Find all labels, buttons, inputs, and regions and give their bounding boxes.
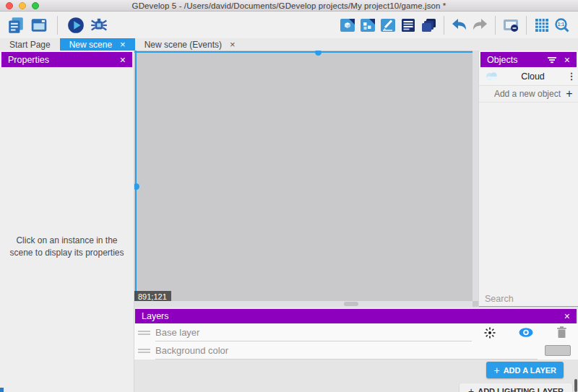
object-name: Cloud (501, 71, 565, 82)
window-scrollbar-thumb[interactable] (574, 379, 577, 392)
swatch-holder (538, 345, 578, 356)
layer-rows: Base layer (134, 323, 578, 360)
drag-handle-icon[interactable] (138, 329, 150, 336)
objects-panel-header: Objects × (480, 52, 577, 67)
minimize-window-button[interactable] (19, 2, 26, 9)
close-icon[interactable]: × (120, 40, 126, 49)
vertical-scrollbar[interactable] (473, 51, 478, 301)
toolbar-separator (495, 16, 496, 35)
maximize-window-button[interactable] (32, 2, 39, 9)
close-icon[interactable]: × (120, 55, 126, 65)
layer-row-base: Base layer (134, 323, 578, 341)
add-object-button[interactable]: Add a new object + (479, 86, 578, 103)
properties-panel: Properties × Click on an instance in the… (0, 51, 134, 392)
layer-row-background-color: Background color (134, 341, 578, 360)
close-window-button[interactable] (6, 2, 13, 9)
right-column: 891;121 Objects (134, 51, 578, 392)
tab-label: Start Page (9, 40, 51, 50)
layer-name-field[interactable]: Base layer (155, 324, 472, 341)
game-window-left-edge (135, 51, 137, 307)
add-object-label: Add a new object (479, 89, 561, 99)
titlebar: GDevelop 5 - /Users/david/Documents/GDev… (0, 0, 578, 12)
close-icon[interactable]: × (564, 311, 570, 321)
scene-editor-icon[interactable] (337, 15, 358, 35)
add-lighting-layer-button[interactable]: + ADD LIGHTING LAYER (460, 383, 572, 392)
redo-icon[interactable] (470, 15, 490, 35)
main-content: Properties × Click on an instance in the… (0, 51, 578, 392)
window-title: GDevelop 5 - /Users/david/Documents/GDev… (132, 1, 447, 10)
toolbar-separator (57, 16, 58, 35)
zoom-1-1-icon[interactable]: 1:1 (552, 15, 572, 35)
objects-search-row (479, 291, 578, 307)
events-sheet-icon[interactable] (398, 15, 418, 35)
properties-empty-message: Click on an instance in the scene to dis… (0, 235, 134, 260)
play-icon[interactable] (66, 15, 86, 35)
properties-edit-icon[interactable] (378, 15, 398, 35)
background-color-swatch[interactable] (545, 345, 571, 356)
layers-panel-header: Layers × (135, 309, 577, 323)
visibility-icon[interactable] (518, 327, 534, 338)
layers-panel: Layers × Base layer (134, 307, 578, 392)
scene-canvas[interactable]: 891;121 (134, 51, 478, 307)
panel-title: Properties (8, 55, 49, 65)
add-lighting-layer-label: ADD LIGHTING LAYER (478, 387, 564, 392)
layer-name-field[interactable]: Background color (155, 342, 538, 360)
filter-icon[interactable] (547, 56, 557, 64)
close-icon[interactable]: × (230, 40, 236, 49)
objects-list-empty-area (479, 103, 578, 291)
properties-panel-header: Properties × (1, 52, 132, 67)
plus-icon: + (561, 87, 578, 100)
resize-handle-left[interactable] (134, 183, 139, 190)
search-input[interactable] (479, 294, 578, 304)
panel-title: Objects (487, 55, 517, 65)
cloud-icon (483, 71, 501, 82)
grid-icon[interactable] (532, 15, 552, 35)
add-layer-button[interactable]: + ADD A LAYER (486, 362, 564, 378)
preview-window-icon[interactable] (29, 15, 49, 35)
tab-start-page[interactable]: Start Page (0, 38, 60, 51)
horizontal-scrollbar-thumb[interactable] (344, 302, 358, 306)
undo-icon[interactable] (449, 15, 470, 35)
toolbar-separator (444, 16, 444, 35)
resize-handle-top[interactable] (315, 51, 322, 56)
toolbar-left-group (6, 15, 109, 35)
svg-text:1:1: 1:1 (558, 22, 565, 27)
effects-icon[interactable] (483, 326, 496, 339)
gdevelop-window: GDevelop 5 - /Users/david/Documents/GDev… (0, 0, 578, 392)
plus-icon: + (493, 365, 499, 376)
tab-new-scene-events[interactable]: New scene (Events) × (135, 38, 245, 51)
game-window-top-edge (134, 51, 478, 53)
add-layer-label: ADD A LAYER (504, 366, 556, 375)
drag-handle-icon[interactable] (138, 347, 150, 354)
plus-icon: + (468, 386, 474, 392)
tab-label: New scene (Events) (144, 40, 222, 50)
toolbar-right-group: 1:1 (337, 15, 572, 35)
tab-new-scene[interactable]: New scene × (60, 38, 135, 51)
toolbar-separator (526, 16, 527, 35)
window-mask-icon[interactable] (501, 15, 521, 35)
more-vertical-icon[interactable]: ⋮ (565, 71, 578, 82)
traffic-lights (6, 2, 39, 9)
delete-icon[interactable] (556, 326, 568, 339)
objects-panel: Objects × (478, 51, 578, 307)
object-row-cloud[interactable]: Cloud ⋮ (479, 67, 578, 86)
instances-list-icon[interactable] (418, 15, 439, 35)
main-toolbar: 1:1 (0, 12, 578, 38)
corner-accent (0, 388, 4, 392)
layer-action-icons (483, 326, 568, 339)
tab-label: New scene (69, 40, 112, 50)
editor-tabbar: Start Page New scene × New scene (Events… (0, 38, 578, 51)
debug-icon[interactable] (89, 15, 109, 35)
close-icon[interactable]: × (564, 55, 570, 65)
layers-footer: + ADD A LAYER + ADD LIGHTING LAYER (134, 360, 578, 392)
horizontal-scrollbar[interactable] (134, 301, 473, 307)
objects-editor-icon[interactable] (358, 15, 378, 35)
panel-title: Layers (142, 311, 169, 321)
projects-list-icon[interactable] (6, 15, 26, 35)
top-row: 891;121 Objects (134, 51, 578, 307)
